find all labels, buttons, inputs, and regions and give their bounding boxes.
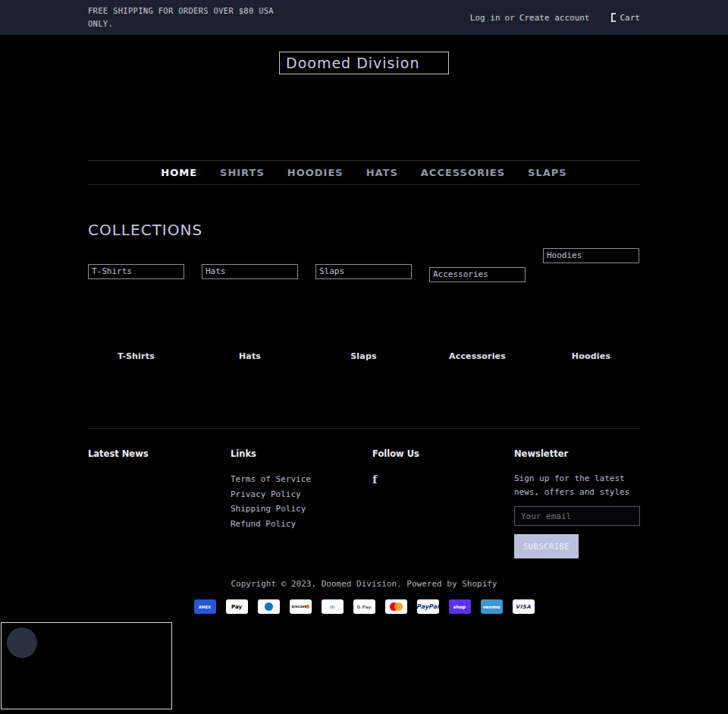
collections-grid: T-Shirts T-Shirts Hats Hats Slaps Slaps … <box>88 248 640 368</box>
collection-slaps: Slaps Slaps <box>315 248 412 368</box>
collection-image-slaps[interactable]: Slaps <box>315 264 412 279</box>
collection-label-hoodies[interactable]: Hoodies <box>543 351 639 361</box>
cart-link[interactable]: Cart <box>611 13 641 23</box>
mastercard-icon <box>385 599 407 614</box>
links-title: Links <box>231 448 372 459</box>
logo-image[interactable]: Doomed Division <box>279 52 449 74</box>
page-container: Doomed Division HOME SHIRTS HOODIES HATS… <box>88 35 640 614</box>
collection-hats: Hats Hats <box>202 248 298 368</box>
collection-image-accessories[interactable]: Accessories <box>429 267 526 282</box>
newsletter-text: Sign up for the latest news, offers and … <box>514 472 640 499</box>
nav-item-shirts[interactable]: SHIRTS <box>220 167 265 178</box>
collection-image-hoodies[interactable]: Hoodies <box>543 248 639 263</box>
collections-title: COLLECTIONS <box>88 221 640 239</box>
discover-icon: DISCOVER <box>290 599 312 614</box>
follow-us-title: Follow Us <box>372 448 514 459</box>
payment-icons-row: AMEX Pay DISCOVER ∞ G Pay PayPal shop ve… <box>88 599 640 614</box>
newsletter-email-input[interactable] <box>514 506 640 526</box>
collection-label-accessories[interactable]: Accessories <box>429 351 526 361</box>
collection-accessories: Accessories Accessories <box>429 248 526 368</box>
venmo-icon: venmo <box>481 599 503 614</box>
shop-pay-icon: shop <box>449 599 471 614</box>
footer-col-newsletter: Newsletter Sign up for the latest news, … <box>514 448 640 558</box>
nav-item-home[interactable]: HOME <box>161 167 197 178</box>
collection-image-hats[interactable]: Hats <box>202 264 298 279</box>
google-pay-icon: G Pay <box>353 599 375 614</box>
or-text: or <box>505 13 515 23</box>
chat-widget[interactable] <box>1 622 172 709</box>
facebook-icon[interactable]: f <box>372 473 377 486</box>
collection-label-hats[interactable]: Hats <box>202 351 298 361</box>
latest-news-title: Latest News <box>88 448 231 459</box>
diners-club-icon <box>258 599 280 614</box>
collection-image-tshirts[interactable]: T-Shirts <box>88 264 184 279</box>
link-refund-policy[interactable]: Refund Policy <box>231 517 372 532</box>
visa-icon: VISA <box>513 599 535 614</box>
paypal-icon: PayPal <box>417 599 439 614</box>
link-terms-of-service[interactable]: Terms of Service <box>231 472 372 487</box>
nav-item-accessories[interactable]: ACCESSORIES <box>421 167 505 178</box>
site-footer: Latest News Links Terms of Service Priva… <box>88 428 640 614</box>
footer-col-links: Links Terms of Service Privacy Policy Sh… <box>231 448 372 558</box>
link-shipping-policy[interactable]: Shipping Policy <box>231 502 372 517</box>
apple-pay-icon: Pay <box>226 599 248 614</box>
collection-tshirts: T-Shirts T-Shirts <box>88 248 184 368</box>
chat-avatar-circle <box>7 628 37 658</box>
footer-columns: Latest News Links Terms of Service Priva… <box>88 429 640 558</box>
link-privacy-policy[interactable]: Privacy Policy <box>231 487 372 502</box>
main-nav: HOME SHIRTS HOODIES HATS ACCESSORIES SLA… <box>88 160 640 185</box>
collection-hoodies: Hoodies Hoodies <box>543 248 639 368</box>
cart-label: Cart <box>620 13 641 23</box>
amex-icon: AMEX <box>194 599 216 614</box>
announcement-bar: FREE SHIPPING FOR ORDERS OVER $80 USA ON… <box>0 0 728 35</box>
login-link[interactable]: Log in <box>470 13 500 23</box>
footer-col-follow: Follow Us f <box>372 448 514 558</box>
copyright-text: Copyright © 2023, Doomed Division. Power… <box>88 579 640 589</box>
create-account-link[interactable]: Create account <box>519 13 590 23</box>
nav-item-hoodies[interactable]: HOODIES <box>287 167 344 178</box>
collection-label-slaps[interactable]: Slaps <box>315 351 412 361</box>
account-area: Log in or Create account Cart <box>470 13 640 23</box>
cart-icon <box>611 13 616 22</box>
meta-pay-icon: ∞ <box>322 599 344 614</box>
nav-item-hats[interactable]: HATS <box>366 167 398 178</box>
free-shipping-text: FREE SHIPPING FOR ORDERS OVER $80 USA ON… <box>88 5 274 30</box>
footer-col-latest-news: Latest News <box>88 448 231 558</box>
subscribe-button[interactable]: SUBSCRIBE <box>514 534 579 558</box>
newsletter-title: Newsletter <box>514 448 640 459</box>
nav-item-slaps[interactable]: SLAPS <box>528 167 567 178</box>
logo-section: Doomed Division <box>88 35 640 160</box>
collection-label-tshirts[interactable]: T-Shirts <box>88 351 184 361</box>
